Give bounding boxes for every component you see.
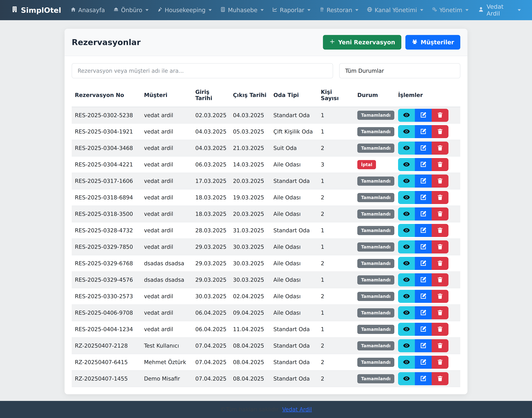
trash-icon — [437, 243, 444, 251]
view-button[interactable] — [398, 323, 415, 336]
view-button[interactable] — [398, 125, 415, 138]
status-cell: Tamamlandı — [354, 189, 395, 206]
edit-button[interactable] — [415, 240, 432, 254]
view-button[interactable] — [398, 141, 415, 155]
delete-button[interactable] — [432, 273, 448, 286]
checkout-date-cell: 08.04.2025 — [230, 354, 270, 371]
eye-icon — [403, 177, 410, 185]
view-button[interactable] — [398, 273, 415, 286]
actions-cell — [395, 189, 460, 206]
edit-button[interactable] — [415, 141, 432, 155]
row-actions — [398, 158, 448, 171]
guest-count-cell: 1 — [318, 222, 354, 239]
row-actions — [398, 273, 448, 286]
delete-button[interactable] — [432, 191, 448, 204]
nav-item-kanal-yonetimi[interactable]: Kanal Yönetimi — [367, 7, 423, 14]
row-actions — [398, 240, 448, 254]
edit-button[interactable] — [415, 257, 432, 270]
eye-icon — [403, 243, 410, 251]
edit-button[interactable] — [415, 339, 432, 352]
edit-button[interactable] — [415, 174, 432, 187]
search-input[interactable] — [72, 63, 333, 78]
delete-button[interactable] — [432, 306, 448, 319]
delete-button[interactable] — [432, 208, 448, 221]
trash-icon — [437, 112, 444, 119]
edit-button[interactable] — [415, 290, 432, 303]
edit-icon — [420, 326, 427, 333]
view-button[interactable] — [398, 174, 415, 187]
reservations-card: Rezervasyonlar Yeni Rezervasyon Müşteril… — [65, 29, 467, 394]
trash-icon — [437, 210, 444, 218]
view-button[interactable] — [398, 240, 415, 254]
delete-button[interactable] — [432, 125, 448, 138]
edit-button[interactable] — [415, 158, 432, 171]
nav-item-onburo[interactable]: Önbüro — [113, 7, 149, 14]
delete-button[interactable] — [432, 158, 448, 171]
edit-button[interactable] — [415, 125, 432, 138]
view-button[interactable] — [398, 356, 415, 369]
view-button[interactable] — [398, 224, 415, 237]
view-button[interactable] — [398, 191, 415, 204]
view-button[interactable] — [398, 339, 415, 352]
edit-button[interactable] — [415, 372, 432, 385]
view-button[interactable] — [398, 109, 415, 122]
home-icon — [71, 7, 76, 14]
edit-button[interactable] — [415, 208, 432, 221]
edit-button[interactable] — [415, 356, 432, 369]
delete-button[interactable] — [432, 290, 448, 303]
guest-count-cell: 1 — [318, 239, 354, 255]
view-button[interactable] — [398, 208, 415, 221]
edit-icon — [420, 161, 427, 168]
delete-button[interactable] — [432, 323, 448, 336]
delete-button[interactable] — [432, 109, 448, 122]
view-button[interactable] — [398, 306, 415, 319]
delete-button[interactable] — [432, 224, 448, 237]
edit-button[interactable] — [415, 306, 432, 319]
new-reservation-button[interactable]: Yeni Rezervasyon — [323, 35, 401, 50]
nav-item-muhasebe[interactable]: Muhasebe — [220, 7, 264, 14]
delete-button[interactable] — [432, 372, 448, 385]
edit-icon — [420, 194, 427, 201]
checkin-date-cell: 06.04.2025 — [192, 304, 230, 321]
view-button[interactable] — [398, 158, 415, 171]
delete-button[interactable] — [432, 141, 448, 155]
delete-button[interactable] — [432, 174, 448, 187]
trash-icon — [437, 227, 444, 234]
nav-item-yonetim[interactable]: Yönetim — [432, 7, 469, 14]
gears-icon — [432, 7, 437, 14]
delete-button[interactable] — [432, 356, 448, 369]
view-button[interactable] — [398, 290, 415, 303]
customers-button[interactable]: Müşteriler — [405, 35, 460, 50]
delete-button[interactable] — [432, 339, 448, 352]
nav-item-raporlar[interactable]: Raporlar — [272, 7, 311, 14]
guest-count-cell: 2 — [318, 140, 354, 156]
actions-cell — [395, 222, 460, 239]
edit-button[interactable] — [415, 224, 432, 237]
nav-menu: Anasayfa Önbüro Housekeeping Muhasebe Ra… — [71, 7, 469, 14]
room-type-cell: Standart Oda — [270, 354, 318, 371]
delete-button[interactable] — [432, 257, 448, 270]
nav-item-housekeeping[interactable]: Housekeeping — [157, 7, 212, 14]
guest-count-cell: 1 — [318, 321, 354, 337]
reservation-no-cell: RES-2025-0304-3468 — [72, 140, 141, 156]
reservation-no-cell: RES-2025-0304-1921 — [72, 123, 141, 140]
delete-button[interactable] — [432, 240, 448, 254]
checkout-date-cell: 21.03.2025 — [230, 140, 270, 156]
edit-button[interactable] — [415, 273, 432, 286]
user-menu[interactable]: Vedat Ardil — [478, 3, 521, 17]
nav-item-anasayfa[interactable]: Anasayfa — [71, 7, 105, 14]
status-cell: Tamamlandı — [354, 206, 395, 222]
edit-button[interactable] — [415, 109, 432, 122]
view-button[interactable] — [398, 257, 415, 270]
edit-button[interactable] — [415, 323, 432, 336]
view-button[interactable] — [398, 372, 415, 385]
brand-logo[interactable]: SimplOtel — [11, 6, 61, 14]
chevron-down-icon — [420, 9, 423, 11]
status-cell: Tamamlandı — [354, 337, 395, 354]
edit-icon — [420, 112, 427, 119]
status-filter-select[interactable]: Tüm Durumlar — [339, 63, 460, 78]
row-actions — [398, 125, 448, 138]
edit-button[interactable] — [415, 191, 432, 204]
nav-item-restoran[interactable]: Restoran — [319, 7, 359, 14]
footer-user-link[interactable]: Vedat Ardil — [282, 406, 312, 413]
